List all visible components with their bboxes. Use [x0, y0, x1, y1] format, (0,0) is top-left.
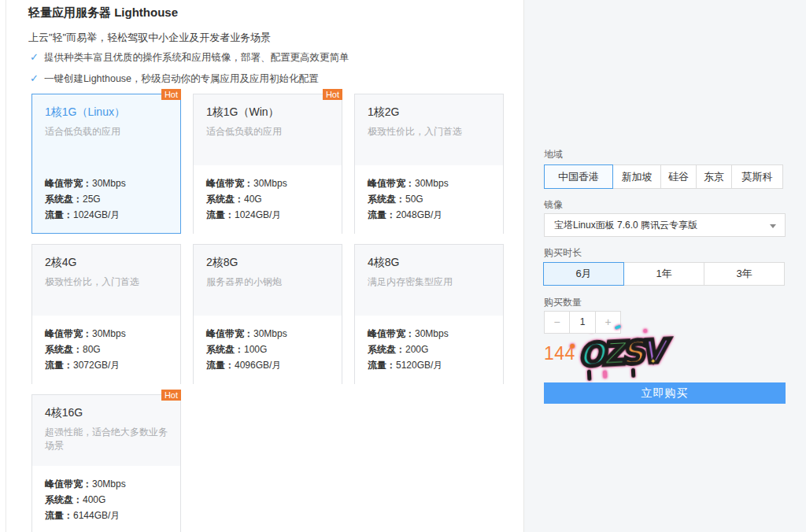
plan-card-header: 4核8G 满足内存密集型应用: [355, 245, 503, 316]
plan-specs: 峰值带宽：30Mbps 系统盘：40G 流量：1024GB/月: [194, 165, 342, 234]
plan-card-header: 2核4G 极致性价比，入门首选: [32, 245, 180, 316]
plan-description: 服务器界的小钢炮: [206, 275, 329, 289]
plan-card-1c2g[interactable]: 1核2G 极致性价比，入门首选 峰值带宽：30Mbps 系统盘：50G 流量：2…: [354, 94, 504, 234]
spec-disk: 系统盘：100G: [206, 342, 329, 357]
check-icon: ✓: [30, 72, 39, 84]
spec-traffic: 流量：3072GB/月: [45, 357, 168, 373]
region-option-singapore[interactable]: 新加坡: [612, 164, 661, 189]
plan-name: 1核1G（Linux）: [45, 105, 168, 120]
spec-traffic: 流量：6144GB/月: [45, 508, 168, 523]
spec-disk: 系统盘：80G: [45, 342, 168, 357]
plan-description: 极致性价比，入门首选: [368, 125, 490, 139]
quantity-minus-button[interactable]: −: [544, 311, 570, 334]
plan-description: 超强性能，适合绝大多数业务场景: [45, 426, 168, 453]
spec-traffic: 流量：1024GB/月: [45, 207, 168, 223]
region-option-hongkong[interactable]: 中国香港: [544, 164, 613, 189]
feature-bullet-text: 提供种类丰富且优质的操作系统和应用镜像，部署、配置更高效更简单: [44, 52, 349, 63]
region-selector: 中国香港 新加坡 硅谷 东京 莫斯科: [544, 164, 783, 189]
plan-description: 极致性价比，入门首选: [45, 275, 168, 289]
duration-option-6months[interactable]: 6月: [543, 262, 624, 286]
sparkle-icon: ✦: [649, 355, 658, 368]
graffiti-captcha-sticker: OZSV ✦: [574, 328, 655, 386]
region-option-siliconvalley[interactable]: 硅谷: [660, 164, 697, 189]
graffiti-decoration: [587, 370, 592, 381]
region-label: 地域: [544, 148, 563, 161]
plan-card-4c16g[interactable]: Hot 4核16G 超强性能，适合绝大多数业务场景 峰值带宽：30Mbps 系统…: [31, 394, 181, 532]
plan-card-header: 1核1G（Linux） 适合低负载的应用: [32, 94, 180, 165]
chevron-down-icon: [770, 224, 776, 228]
duration-option-1year[interactable]: 1年: [623, 262, 704, 286]
plan-card-header: 1核1G（Win） 适合低负载的应用: [194, 94, 342, 165]
spec-bandwidth: 峰值带宽：30Mbps: [206, 175, 329, 191]
plan-name: 4核16G: [45, 406, 168, 420]
spec-traffic: 流量：4096GB/月: [206, 357, 329, 373]
plan-card-2c4g[interactable]: 2核4G 极致性价比，入门首选 峰值带宽：30Mbps 系统盘：80G 流量：3…: [31, 244, 181, 384]
graffiti-decoration: [643, 329, 647, 333]
graffiti-decoration: [603, 371, 608, 379]
image-label: 镜像: [544, 198, 563, 212]
feature-bullet: ✓一键创建Lighthouse，秒级启动你的专属应用及应用初始化配置: [30, 72, 319, 86]
page-subtitle: 上云"轻"而易举，轻松驾驭中小企业及开发者业务场景: [28, 31, 271, 45]
quantity-value[interactable]: 1: [569, 311, 596, 334]
plan-selection-panel: 轻量应用服务器 Lighthouse 上云"轻"而易举，轻松驾驭中小企业及开发者…: [7, 0, 523, 532]
plan-card-header: 4核16G 超强性能，适合绝大多数业务场景: [32, 395, 180, 466]
plan-description: 满足内存密集型应用: [368, 275, 490, 289]
plan-name: 4核8G: [368, 256, 490, 270]
plan-card-1c1g-win[interactable]: Hot 1核1G（Win） 适合低负载的应用 峰值带宽：30Mbps 系统盘：4…: [193, 94, 342, 234]
plan-card-grid: Hot 1核1G（Linux） 适合低负载的应用 峰值带宽：30Mbps 系统盘…: [31, 94, 504, 532]
graffiti-decoration: [570, 344, 575, 349]
price-row: 144 OZSV ✦: [544, 337, 786, 380]
graffiti-decoration: [631, 368, 636, 378]
plan-card-header: 1核2G 极致性价比，入门首选: [355, 94, 503, 165]
hot-badge: Hot: [323, 89, 342, 100]
plan-card-4c8g[interactable]: 4核8G 满足内存密集型应用 峰值带宽：30Mbps 系统盘：200G 流量：5…: [354, 244, 504, 384]
plan-specs: 峰值带宽：30Mbps 系统盘：25G 流量：1024GB/月: [32, 165, 180, 234]
image-select-value: 宝塔Linux面板 7.6.0 腾讯云专享版: [554, 220, 697, 231]
spec-bandwidth: 峰值带宽：30Mbps: [368, 175, 490, 191]
plan-specs: 峰值带宽：30Mbps 系统盘：50G 流量：2048GB/月: [355, 165, 503, 234]
plan-specs: 峰值带宽：30Mbps 系统盘：200G 流量：5120GB/月: [355, 316, 503, 384]
plan-card-2c8g[interactable]: 2核8G 服务器界的小钢炮 峰值带宽：30Mbps 系统盘：100G 流量：40…: [193, 244, 342, 384]
plan-name: 2核8G: [206, 256, 329, 270]
duration-selector: 6月 1年 3年: [544, 262, 785, 286]
spec-disk: 系统盘：40G: [206, 191, 329, 207]
hot-badge: Hot: [161, 89, 181, 100]
spec-bandwidth: 峰值带宽：30Mbps: [45, 476, 168, 492]
spec-bandwidth: 峰值带宽：30Mbps: [45, 326, 168, 342]
spec-bandwidth: 峰值带宽：30Mbps: [206, 326, 329, 342]
spec-traffic: 流量：5120GB/月: [368, 357, 490, 373]
check-icon: ✓: [30, 51, 39, 63]
left-rail-divider: [0, 0, 6, 532]
plan-specs: 峰值带宽：30Mbps 系统盘：400G 流量：6144GB/月: [32, 466, 180, 532]
spec-disk: 系统盘：25G: [45, 191, 168, 207]
spec-disk: 系统盘：200G: [368, 342, 490, 357]
spec-disk: 系统盘：50G: [368, 191, 490, 207]
spec-bandwidth: 峰值带宽：30Mbps: [45, 175, 168, 191]
plan-card-1c1g-linux[interactable]: Hot 1核1G（Linux） 适合低负载的应用 峰值带宽：30Mbps 系统盘…: [31, 94, 181, 234]
duration-label: 购买时长: [544, 246, 582, 260]
quantity-label: 购买数量: [544, 296, 582, 309]
feature-bullet-text: 一键创建Lighthouse，秒级启动你的专属应用及应用初始化配置: [44, 73, 319, 84]
plan-specs: 峰值带宽：30Mbps 系统盘：80G 流量：3072GB/月: [32, 316, 180, 384]
plan-specs: 峰值带宽：30Mbps 系统盘：100G 流量：4096GB/月: [194, 316, 342, 384]
plan-name: 2核4G: [45, 256, 168, 270]
spec-disk: 系统盘：400G: [45, 492, 168, 508]
page-title: 轻量应用服务器 Lighthouse: [28, 6, 178, 20]
feature-bullet: ✓提供种类丰富且优质的操作系统和应用镜像，部署、配置更高效更简单: [30, 51, 349, 65]
hot-badge: Hot: [161, 390, 181, 401]
plan-description: 适合低负载的应用: [206, 125, 329, 139]
spec-traffic: 流量：1024GB/月: [206, 207, 329, 223]
plan-name: 1核1G（Win）: [206, 105, 329, 120]
region-option-tokyo[interactable]: 东京: [696, 164, 732, 189]
plan-name: 1核2G: [368, 105, 490, 120]
region-option-moscow[interactable]: 莫斯科: [731, 164, 783, 189]
spec-bandwidth: 峰值带宽：30Mbps: [368, 326, 490, 342]
duration-option-3years[interactable]: 3年: [704, 262, 785, 286]
spec-traffic: 流量：2048GB/月: [368, 207, 490, 223]
image-select[interactable]: 宝塔Linux面板 7.6.0 腾讯云专享版: [544, 213, 786, 237]
buy-now-button[interactable]: 立即购买: [544, 382, 786, 404]
purchase-config-panel: 地域 中国香港 新加坡 硅谷 东京 莫斯科 镜像 宝塔Linux面板 7.6.0…: [523, 0, 806, 532]
plan-description: 适合低负载的应用: [45, 125, 168, 139]
plan-card-header: 2核8G 服务器界的小钢炮: [194, 245, 342, 316]
